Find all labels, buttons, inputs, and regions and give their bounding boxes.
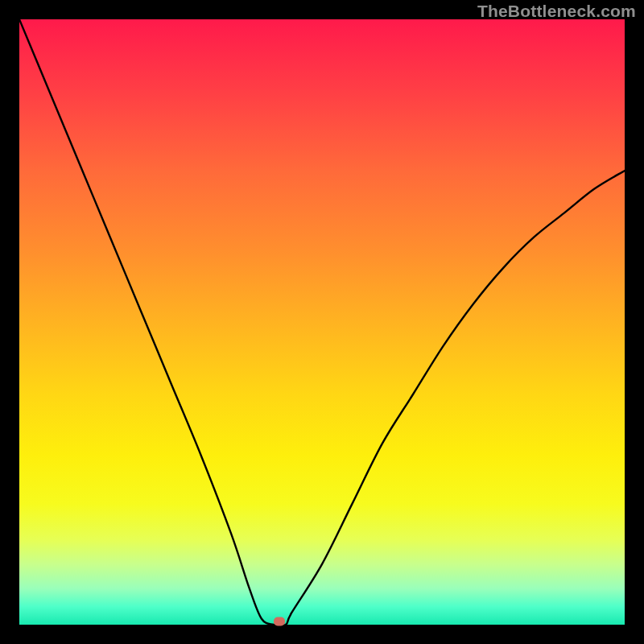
watermark-text: TheBottleneck.com [477, 2, 636, 21]
min-marker [274, 617, 285, 626]
curve-svg [19, 19, 625, 625]
plot-area [19, 19, 625, 625]
bottleneck-curve [19, 19, 625, 625]
chart-frame: TheBottleneck.com [0, 0, 644, 644]
